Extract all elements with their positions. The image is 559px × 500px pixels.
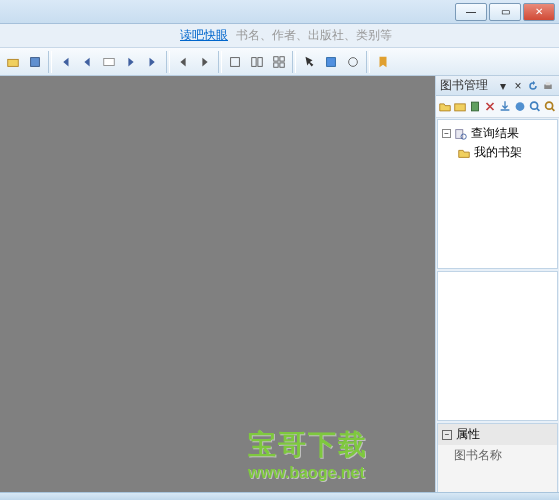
svg-rect-8 <box>274 62 278 66</box>
globe-icon[interactable] <box>513 99 527 114</box>
folder-icon <box>456 146 472 160</box>
svg-point-11 <box>349 57 358 66</box>
sidebar: 图书管理 ▾ × − 查询结果 我的书架 <box>435 76 559 496</box>
page-input[interactable] <box>98 51 120 73</box>
close-button[interactable]: ✕ <box>523 3 555 21</box>
rotate-left-button[interactable] <box>172 51 194 73</box>
collapse-icon[interactable]: − <box>442 430 452 440</box>
open-button[interactable] <box>2 51 24 73</box>
hand-tool-button[interactable] <box>342 51 364 73</box>
download-icon[interactable] <box>498 99 512 114</box>
svg-rect-13 <box>546 82 551 85</box>
next-page-button[interactable] <box>120 51 142 73</box>
document-canvas[interactable] <box>0 76 435 496</box>
dropdown-icon[interactable]: ▾ <box>496 79 510 93</box>
svg-rect-10 <box>327 57 336 66</box>
svg-rect-6 <box>274 56 278 60</box>
property-row: 图书名称 <box>438 445 557 466</box>
collapse-icon[interactable]: − <box>442 129 451 138</box>
prev-page-button[interactable] <box>76 51 98 73</box>
menubar: 读吧快眼 书名、作者、出版社、类别等 <box>0 24 559 48</box>
last-page-button[interactable] <box>142 51 164 73</box>
view-mode-3-button[interactable] <box>268 51 290 73</box>
view-mode-1-button[interactable] <box>224 51 246 73</box>
book-icon[interactable] <box>468 99 482 114</box>
save-button[interactable] <box>24 51 46 73</box>
properties-panel: − 属性 图书名称 <box>437 423 558 495</box>
panel-header: 图书管理 ▾ × <box>436 76 559 96</box>
tree-label: 我的书架 <box>474 144 522 161</box>
tree-item-shelf[interactable]: 我的书架 <box>442 143 553 162</box>
tree-item-results[interactable]: − 查询结果 <box>442 124 553 143</box>
window-titlebar: — ▭ ✕ <box>0 0 559 24</box>
delete-icon[interactable] <box>483 99 497 114</box>
rotate-right-button[interactable] <box>194 51 216 73</box>
svg-rect-0 <box>8 59 19 66</box>
quick-link[interactable]: 读吧快眼 <box>180 27 228 44</box>
pointer-tool-button[interactable] <box>298 51 320 73</box>
svg-rect-7 <box>280 56 284 60</box>
select-tool-button[interactable] <box>320 51 342 73</box>
search-placeholder-text: 书名、作者、出版社、类别等 <box>236 27 392 44</box>
view-mode-2-button[interactable] <box>246 51 268 73</box>
tree-label: 查询结果 <box>471 125 519 142</box>
pin-icon[interactable]: × <box>511 79 525 93</box>
properties-title: 属性 <box>456 426 480 443</box>
svg-rect-15 <box>472 102 479 111</box>
svg-rect-19 <box>456 129 463 138</box>
svg-rect-9 <box>280 62 284 66</box>
main-toolbar <box>0 48 559 76</box>
folder-icon[interactable] <box>453 99 467 114</box>
results-icon <box>453 127 469 141</box>
svg-rect-1 <box>31 57 40 66</box>
svg-point-17 <box>531 102 538 109</box>
minimize-button[interactable]: — <box>455 3 487 21</box>
refresh-icon[interactable] <box>526 79 540 93</box>
panel-toolbar <box>436 96 559 118</box>
list-panel[interactable] <box>437 271 558 421</box>
svg-rect-2 <box>104 58 115 65</box>
svg-rect-14 <box>455 104 466 111</box>
tree-panel: − 查询结果 我的书架 <box>437 119 558 269</box>
first-page-button[interactable] <box>54 51 76 73</box>
svg-point-18 <box>546 102 553 109</box>
statusbar <box>0 492 559 500</box>
svg-rect-5 <box>258 57 262 66</box>
svg-point-16 <box>516 102 525 111</box>
folder-open-icon[interactable] <box>438 99 452 114</box>
svg-rect-4 <box>252 57 256 66</box>
maximize-button[interactable]: ▭ <box>489 3 521 21</box>
bookmark-button[interactable] <box>372 51 394 73</box>
print-icon[interactable] <box>541 79 555 93</box>
search-icon[interactable] <box>528 99 542 114</box>
svg-rect-3 <box>231 57 240 66</box>
panel-title: 图书管理 <box>440 77 495 94</box>
zoom-icon[interactable] <box>543 99 557 114</box>
